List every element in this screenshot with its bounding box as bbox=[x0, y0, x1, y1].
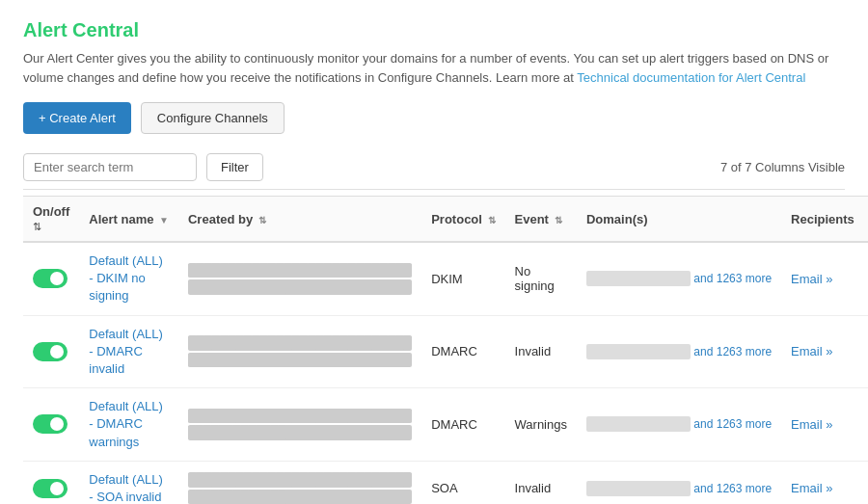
alert-name-cell: Default (ALL) - SOA invalid bbox=[79, 461, 178, 504]
created-by-cell: ████████████████████████████ ███████████… bbox=[178, 461, 421, 504]
recipients-cell: Email » bbox=[781, 461, 864, 504]
domain-more-link[interactable]: and 1263 more bbox=[693, 482, 772, 495]
toggle-cell[interactable] bbox=[23, 461, 79, 504]
event-cell: Invalid bbox=[505, 315, 577, 388]
col-event[interactable]: Event ⇅ bbox=[505, 197, 577, 243]
columns-visible-label: 7 of 7 Columns Visible bbox=[720, 160, 845, 174]
toggle-switch[interactable] bbox=[33, 269, 68, 288]
email-link[interactable]: Email » bbox=[791, 344, 832, 358]
search-input[interactable] bbox=[23, 153, 197, 181]
protocol-cell: DMARC bbox=[421, 388, 504, 462]
recipients-cell: Email » bbox=[781, 242, 864, 315]
event-cell: Invalid bbox=[505, 461, 577, 504]
toggle-switch[interactable] bbox=[33, 414, 68, 434]
col-created-by[interactable]: Created by ⇅ bbox=[178, 197, 421, 243]
col-domains: Domain(s) bbox=[577, 197, 781, 243]
domain-cell: ████████████ and 1263 more bbox=[577, 388, 781, 462]
doc-link[interactable]: Technical documentation for Alert Centra… bbox=[577, 70, 805, 85]
page-title: Alert Central bbox=[23, 19, 845, 41]
page-description: Our Alert Center gives you the ability t… bbox=[23, 49, 845, 87]
domain-cell: ████████████ and 1263 more bbox=[577, 315, 781, 388]
protocol-cell: DKIM bbox=[421, 242, 504, 315]
toggle-cell[interactable] bbox=[23, 315, 79, 388]
domain-cell: ████████████ and 1263 more bbox=[577, 242, 781, 315]
alert-name-link[interactable]: Default (ALL) - SOA invalid bbox=[89, 472, 163, 504]
protocol-cell: SOA bbox=[421, 461, 504, 504]
created-by-cell: ████████████████████████████ ███████████… bbox=[178, 315, 421, 388]
event-cell: Warnings bbox=[505, 388, 577, 462]
protocol-cell: DMARC bbox=[421, 315, 504, 388]
email-link[interactable]: Email » bbox=[791, 272, 832, 286]
create-alert-button[interactable]: + Create Alert bbox=[23, 102, 131, 134]
alert-name-cell: Default (ALL) - DMARC invalid bbox=[79, 315, 178, 388]
alert-name-link[interactable]: Default (ALL) - DMARC warnings bbox=[89, 399, 163, 448]
toggle-cell[interactable] bbox=[23, 242, 79, 315]
action-col: ✏️ 🗑 bbox=[864, 315, 868, 388]
col-recipients: Recipients bbox=[781, 197, 864, 243]
toggle-switch[interactable] bbox=[33, 342, 68, 361]
alert-name-link[interactable]: Default (ALL) - DKIM no signing bbox=[89, 253, 163, 303]
col-actions bbox=[864, 197, 868, 243]
col-alert-name[interactable]: Alert name ▼ bbox=[79, 197, 178, 243]
col-onoff: On/off⇅ bbox=[23, 197, 79, 243]
alert-name-link[interactable]: Default (ALL) - DMARC invalid bbox=[89, 327, 163, 376]
alert-name-cell: Default (ALL) - DMARC warnings bbox=[79, 388, 178, 462]
action-col: ✏️ 🗑 bbox=[864, 461, 868, 504]
alerts-table: On/off⇅ Alert name ▼ Created by ⇅ Protoc… bbox=[23, 196, 868, 504]
table-row: Default (ALL) - DMARC warnings █████████… bbox=[23, 388, 868, 462]
email-link[interactable]: Email » bbox=[791, 481, 832, 495]
email-link[interactable]: Email » bbox=[791, 417, 832, 432]
toolbar: + Create Alert Configure Channels bbox=[23, 102, 845, 134]
toggle-switch[interactable] bbox=[33, 479, 68, 498]
alert-name-cell: Default (ALL) - DKIM no signing bbox=[79, 242, 178, 315]
domain-more-link[interactable]: and 1263 more bbox=[693, 345, 772, 358]
created-by-cell: ████████████████████████████ ███████████… bbox=[178, 388, 421, 462]
search-bar: Filter 7 of 7 Columns Visible bbox=[23, 153, 845, 190]
event-cell: No signing bbox=[505, 242, 577, 315]
configure-channels-button[interactable]: Configure Channels bbox=[141, 102, 285, 134]
recipients-cell: Email » bbox=[781, 315, 864, 388]
table-header-row: On/off⇅ Alert name ▼ Created by ⇅ Protoc… bbox=[23, 197, 868, 243]
toggle-cell[interactable] bbox=[23, 388, 79, 462]
domain-more-link[interactable]: and 1263 more bbox=[693, 417, 772, 431]
table-row: Default (ALL) - SOA invalid ████████████… bbox=[23, 461, 868, 504]
created-by-cell: ████████████████████████████ ███████████… bbox=[178, 242, 421, 315]
table-row: Default (ALL) - DMARC invalid ██████████… bbox=[23, 315, 868, 388]
action-col: ✏️ 🗑 bbox=[864, 242, 868, 315]
filter-button[interactable]: Filter bbox=[206, 153, 263, 181]
table-row: Default (ALL) - DKIM no signing ████████… bbox=[23, 242, 868, 315]
domain-cell: ████████████ and 1263 more bbox=[577, 461, 781, 504]
col-protocol[interactable]: Protocol ⇅ bbox=[421, 197, 504, 243]
recipients-cell: Email » bbox=[781, 388, 864, 462]
domain-more-link[interactable]: and 1263 more bbox=[693, 272, 772, 285]
action-col: ✏️ 🗑 bbox=[864, 388, 868, 462]
